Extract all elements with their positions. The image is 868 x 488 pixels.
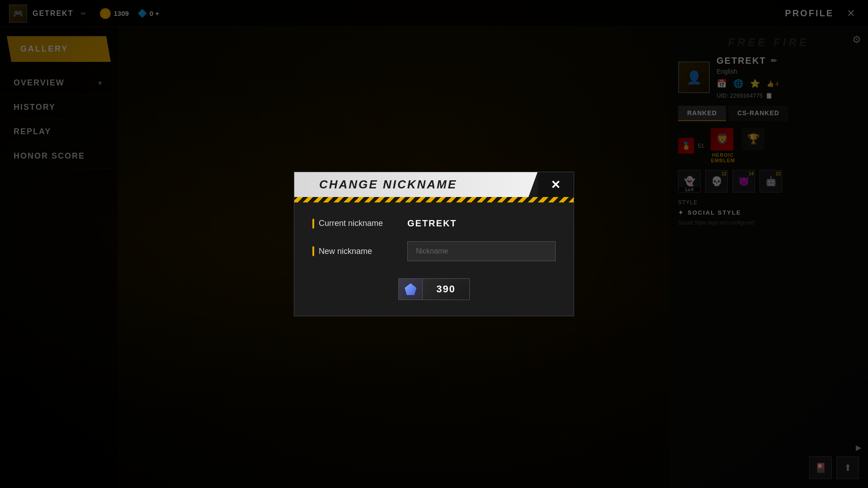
- cost-button-wrapper: 390: [312, 274, 556, 300]
- current-nickname-row: Current nickname GETREKT: [312, 218, 556, 229]
- current-nickname-value: GETREKT: [407, 218, 457, 229]
- label-bar-indicator: [312, 219, 314, 229]
- cost-diamond-box: [398, 278, 423, 300]
- modal-close-icon: ✕: [551, 179, 561, 191]
- new-nickname-input[interactable]: [407, 241, 556, 261]
- cost-amount-text: 390: [436, 283, 456, 295]
- modal-close-button[interactable]: ✕: [538, 172, 574, 197]
- modal-title: CHANGE NICKNAME: [306, 178, 471, 192]
- current-nickname-label: Current nickname: [312, 219, 403, 229]
- new-nickname-row: New nickname: [312, 241, 556, 261]
- new-nickname-label: New nickname: [312, 246, 403, 256]
- new-label-bar-indicator: [312, 246, 314, 256]
- confirm-change-button[interactable]: 390: [398, 278, 470, 300]
- modal-header-row: CHANGE NICKNAME ✕: [294, 172, 574, 197]
- modal-header-white: CHANGE NICKNAME: [294, 172, 538, 197]
- stripes-bar: [294, 197, 574, 202]
- modal-body: Current nickname GETREKT New nickname 39…: [294, 202, 574, 316]
- cost-amount-box: 390: [423, 278, 470, 300]
- cost-diamond-gem-icon: [405, 283, 416, 295]
- change-nickname-modal: CHANGE NICKNAME ✕ Current nickname GETRE…: [294, 172, 574, 316]
